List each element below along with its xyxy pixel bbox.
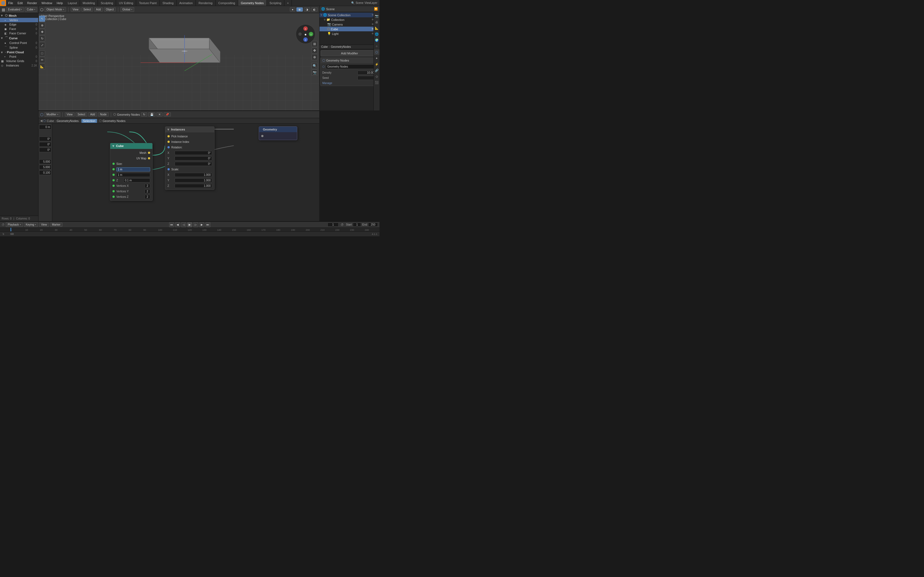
- object-props-icon[interactable]: ○: [374, 44, 380, 49]
- rotation-z-input[interactable]: 0°: [174, 162, 212, 166]
- jump-end-btn[interactable]: ⏭: [205, 222, 210, 227]
- transform-tool[interactable]: □: [39, 50, 45, 56]
- scale-socket[interactable]: [168, 168, 170, 170]
- nodes-pin-btn[interactable]: 📌: [164, 112, 171, 116]
- scale-tool[interactable]: ⤢: [39, 42, 45, 48]
- vertices-z-input[interactable]: 2: [145, 195, 150, 199]
- tree-point[interactable]: • Point 0: [0, 55, 38, 59]
- tree-mesh[interactable]: ▿ ⬡ Mesh: [0, 13, 38, 18]
- start-frame-input[interactable]: [353, 222, 361, 227]
- view-menu[interactable]: View: [71, 7, 81, 11]
- tree-volume-grids[interactable]: ▦ Volume Grids 0: [0, 59, 38, 63]
- menu-edit[interactable]: Edit: [15, 0, 25, 6]
- cursor-tool[interactable]: ⊕: [39, 22, 45, 28]
- select-menu[interactable]: Select: [81, 7, 93, 11]
- size-y-input[interactable]: 1 m: [116, 173, 150, 177]
- tab-animation[interactable]: Animation: [176, 0, 196, 6]
- viewport-rendered[interactable]: ◐: [311, 7, 318, 11]
- breadcrumb-cube[interactable]: Cube: [321, 45, 328, 48]
- object-mode-dropdown[interactable]: Object Mode ▾: [45, 7, 66, 12]
- tab-texture-paint[interactable]: Texture Paint: [136, 0, 160, 6]
- camera-item[interactable]: 📷 Camera 👁 📷: [320, 22, 380, 27]
- next-keyframe-btn[interactable]: ▷: [193, 222, 198, 227]
- timeline-view-menu[interactable]: View: [39, 222, 49, 227]
- modifier-props-icon[interactable]: ⬡: [374, 50, 380, 55]
- play-btn[interactable]: ▶: [187, 222, 192, 227]
- menu-window[interactable]: Window: [39, 0, 55, 6]
- physics-props-icon[interactable]: ⚡: [374, 61, 380, 67]
- pick-instance-socket[interactable]: [168, 135, 170, 137]
- blender-logo[interactable]: 🌀: [0, 0, 6, 6]
- tree-face-corner[interactable]: ◧ Face Corner 0: [0, 31, 38, 35]
- vertices-y-socket[interactable]: [113, 190, 115, 192]
- cube-item[interactable]: ⬡ Cube 👁 📷: [320, 27, 380, 31]
- tab-shading[interactable]: Shading: [160, 0, 176, 6]
- rotation-socket[interactable]: [168, 146, 170, 148]
- timeline-marker-menu[interactable]: Marker: [50, 222, 62, 227]
- current-frame-input[interactable]: [328, 222, 339, 227]
- size-z-input[interactable]: 0.1 m: [123, 178, 150, 182]
- nodes-sync-btn[interactable]: ↻: [141, 112, 147, 116]
- nodes-unlink-btn[interactable]: ✕: [157, 112, 163, 116]
- rotate-tool[interactable]: ↻: [39, 35, 45, 42]
- nl-value-1[interactable]: 0°: [39, 137, 52, 141]
- transform-global-dropdown[interactable]: Global ▾: [120, 7, 134, 12]
- size-y-socket[interactable]: [113, 174, 115, 176]
- tree-vertex[interactable]: ● Vertex 0: [0, 18, 38, 22]
- evaluated-dropdown[interactable]: Evaluated ▾: [6, 7, 24, 12]
- nl-value-5[interactable]: 5.000: [39, 165, 52, 169]
- viewport-wireframe[interactable]: ◉: [296, 7, 303, 11]
- object-menu[interactable]: Object: [104, 7, 116, 11]
- cube-node[interactable]: ▿ Cube Mesh UV Map S: [110, 143, 153, 201]
- viewport-solid[interactable]: ◑: [304, 7, 310, 11]
- tab-geometry-nodes[interactable]: Geometry Nodes: [238, 0, 267, 6]
- size-x-socket[interactable]: [113, 163, 115, 165]
- tab-uv-editing[interactable]: UV Editing: [116, 0, 136, 6]
- instance-collapse[interactable]: ▿: [168, 128, 169, 131]
- prev-keyframe-btn[interactable]: ◁: [181, 222, 186, 227]
- constraints-props-icon[interactable]: 🔗: [374, 68, 380, 73]
- particles-props-icon[interactable]: ✦: [374, 55, 380, 61]
- breadcrumb-geonodes-link[interactable]: GeometryNodes: [57, 119, 79, 122]
- add-menu[interactable]: Add: [94, 7, 103, 11]
- tab-sculpting[interactable]: Sculpting: [98, 0, 116, 6]
- nl-value-6[interactable]: 0.100: [39, 170, 52, 175]
- viewport-mode-icon[interactable]: ⬡: [40, 7, 44, 12]
- geometry-output-node[interactable]: Geometry: [259, 126, 297, 140]
- tree-face[interactable]: ◼ Face 0: [0, 27, 38, 31]
- nodes-select-menu[interactable]: Select: [76, 112, 87, 116]
- toggle-sidebar-btn[interactable]: ⊞: [312, 41, 318, 47]
- manage-link[interactable]: Manage: [322, 82, 377, 85]
- scale-x-input[interactable]: 1.000: [174, 173, 212, 177]
- nl-value-0[interactable]: 0 m: [39, 125, 52, 129]
- end-frame-input[interactable]: [368, 222, 378, 227]
- rotation-y-input[interactable]: 0°: [174, 156, 212, 160]
- nodes-back-icon[interactable]: ◀: [40, 119, 42, 122]
- add-modifier-button[interactable]: Add Modifier: [321, 50, 378, 56]
- zoom-btn[interactable]: 🔍: [312, 63, 318, 69]
- next-frame-btn[interactable]: ▶: [199, 222, 204, 227]
- instance-node[interactable]: ▿ Instances Pick Instance Instance Index: [165, 126, 215, 190]
- nodes-canvas[interactable]: ▿ Cube Mesh UV Map S: [52, 124, 319, 221]
- transform-btn[interactable]: ✥: [312, 48, 318, 53]
- material-props-icon[interactable]: ⬛: [374, 80, 380, 85]
- mesh-socket[interactable]: [148, 152, 150, 154]
- select-tool[interactable]: ↖: [39, 16, 45, 22]
- tree-point-cloud[interactable]: ▿ · Point Cloud: [0, 50, 38, 55]
- light-item[interactable]: 💡 Light 👁 📷: [320, 31, 380, 36]
- instance-index-socket[interactable]: [168, 141, 170, 143]
- breadcrumb-geometry-nodes[interactable]: GeometryNodes: [331, 45, 351, 48]
- camera-btn[interactable]: 📷: [312, 69, 318, 76]
- jump-start-btn[interactable]: ⏮: [169, 222, 174, 227]
- vertices-y-input[interactable]: 2: [145, 189, 150, 193]
- nodes-add-menu[interactable]: Add: [88, 112, 97, 116]
- viewport-3d[interactable]: ⬡ Object Mode ▾ View Select Add Object G…: [39, 6, 319, 110]
- tab-compositing[interactable]: Compositing: [216, 0, 238, 6]
- prev-frame-btn[interactable]: ◀: [175, 222, 180, 227]
- data-props-icon[interactable]: ◇: [374, 74, 380, 79]
- render-props-icon[interactable]: 📷: [374, 13, 380, 19]
- viewport-shading[interactable]: ●: [290, 7, 296, 11]
- move-tool[interactable]: ✥: [39, 29, 45, 35]
- tab-rendering[interactable]: Rendering: [196, 0, 216, 6]
- annotate-tool[interactable]: ✏: [39, 57, 45, 63]
